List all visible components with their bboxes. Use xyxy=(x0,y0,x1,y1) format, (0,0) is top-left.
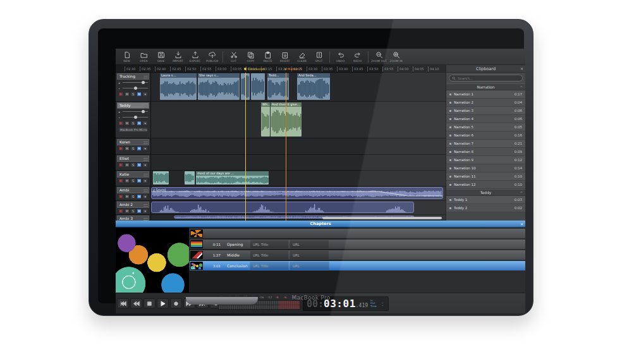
publish-button[interactable]: PUBLISH xyxy=(204,49,221,64)
insert-button[interactable]: INSERT xyxy=(276,49,293,64)
clipboard-item[interactable]: Narration 40:06 xyxy=(446,115,525,123)
solo-button[interactable]: S xyxy=(130,121,136,126)
chapter-url-field[interactable]: URL xyxy=(290,240,329,248)
track-name[interactable]: Ambi xyxy=(117,187,149,193)
timeline-ruler[interactable]: 02:3002:3502:4002:4502:5002:5503:0003:05… xyxy=(116,65,446,73)
monitor-button[interactable]: M xyxy=(137,146,142,151)
mute-button[interactable]: M xyxy=(125,92,130,97)
track-menu-button[interactable]: ▾ xyxy=(142,178,148,183)
track-grip-icon[interactable] xyxy=(143,75,148,78)
clipboard-item[interactable]: Narration 50:05 xyxy=(446,123,525,131)
track-lane-tracking[interactable]: Laura s...She says s...Tedd...And Seda..… xyxy=(151,73,446,102)
chapter-url-title-field[interactable]: URL Title xyxy=(250,240,289,248)
track-name[interactable]: Teddy xyxy=(117,102,149,109)
clipboard-item[interactable]: Narration 120:10 xyxy=(446,181,525,189)
clear-button[interactable]: CLEAR xyxy=(293,49,310,64)
split-button[interactable]: SPLIT xyxy=(310,49,327,64)
chapter-row[interactable]: 3:01ConclusionURL TitleURL xyxy=(190,261,525,270)
clipboard-item[interactable]: Narration 100:14 xyxy=(446,164,525,173)
track-grip-icon[interactable] xyxy=(143,104,148,107)
clipboard-item[interactable]: Narration 20:04 xyxy=(446,99,525,107)
new-button[interactable]: NEW xyxy=(118,49,135,64)
track-lane-elliot[interactable] xyxy=(151,155,446,171)
mute-button[interactable]: M xyxy=(125,162,130,167)
track-name[interactable]: Katie xyxy=(117,171,149,178)
pan-slider[interactable]: • xyxy=(117,114,149,120)
copy-button[interactable]: COPY xyxy=(242,49,259,64)
volume-slider[interactable]: ◂ xyxy=(117,109,149,114)
chapter-row[interactable] xyxy=(190,229,525,238)
volume-slider[interactable]: ◂ xyxy=(117,80,149,85)
track-menu-button[interactable]: ▾ xyxy=(142,209,148,214)
clipboard-item[interactable]: Narration 80:09 xyxy=(446,148,525,156)
monitor-button[interactable]: M xyxy=(137,92,142,97)
cut-button[interactable]: CUT xyxy=(225,49,242,64)
track-lane-katie[interactable]: most of our days are ... xyxy=(151,171,446,186)
mute-button[interactable]: M xyxy=(125,121,130,126)
track-grip-icon[interactable] xyxy=(143,173,148,176)
clipboard-item[interactable]: Narration 10:17 xyxy=(446,90,525,99)
pan-slider[interactable]: • xyxy=(117,85,149,91)
record-arm-button[interactable] xyxy=(118,162,124,167)
solo-button[interactable]: S xyxy=(130,209,136,214)
track-grip-icon[interactable] xyxy=(143,140,148,144)
chapter-url-title-field[interactable]: URL Title xyxy=(250,251,289,259)
record-arm-button[interactable] xyxy=(118,92,124,97)
clipboard-item[interactable]: Teddy 10:03 xyxy=(446,196,525,204)
export-button[interactable]: EXPORT xyxy=(186,49,204,64)
marker-label[interactable]: Conclusion xyxy=(244,67,265,71)
audio-clip[interactable] xyxy=(185,171,195,185)
track-name[interactable]: Elliot xyxy=(117,155,149,162)
close-icon[interactable]: ✕ xyxy=(520,66,523,71)
record-arm-button[interactable] xyxy=(118,209,124,214)
mute-button[interactable]: M xyxy=(125,178,130,183)
search-input[interactable] xyxy=(458,76,515,80)
monitor-button[interactable]: M xyxy=(137,209,142,214)
clipboard-search[interactable] xyxy=(449,75,523,82)
solo-button[interactable]: S xyxy=(130,162,136,167)
clipboard-item[interactable]: Narration 60:16 xyxy=(446,131,525,140)
track-grip-icon[interactable] xyxy=(143,188,148,192)
track-name[interactable]: Koren xyxy=(117,139,149,145)
audio-clip[interactable]: most of our days are ... xyxy=(196,171,269,185)
track-menu-button[interactable]: ▾ xyxy=(142,162,148,167)
zoom-in-button[interactable]: ZOOM IN xyxy=(387,49,405,64)
chapter-row[interactable]: 0:11OpeningURL TitleURL xyxy=(190,240,525,249)
track-lane-koren[interactable] xyxy=(151,138,446,155)
record-arm-button[interactable] xyxy=(118,121,124,126)
solo-button[interactable]: S xyxy=(130,178,136,183)
clipboard-item[interactable]: Narration 70:21 xyxy=(446,140,525,148)
chapter-url-title-field[interactable]: URL Title xyxy=(250,262,289,270)
clipboard-group-header[interactable]: Teddy^ xyxy=(446,189,525,196)
monitor-button[interactable]: M xyxy=(137,162,142,167)
audio-clip[interactable]: Laura s... xyxy=(160,73,197,100)
marker-label[interactable]: ▼Marker 5 xyxy=(284,67,302,71)
record-arm-button[interactable] xyxy=(118,178,124,183)
record-arm-button[interactable] xyxy=(118,194,124,199)
audio-clip[interactable] xyxy=(153,171,169,185)
solo-button[interactable]: S xyxy=(130,194,136,199)
record-arm-button[interactable] xyxy=(118,146,124,151)
marker-line[interactable] xyxy=(245,73,246,221)
open-button[interactable]: OPEN xyxy=(135,49,152,64)
track-menu-button[interactable]: ▾ xyxy=(142,146,148,151)
clipboard-group-header[interactable]: Narration^ xyxy=(446,83,525,90)
horizontal-scrollbar[interactable] xyxy=(322,217,442,219)
mute-button[interactable]: M xyxy=(125,209,130,214)
paste-button[interactable]: PASTE xyxy=(259,49,276,64)
audio-clip[interactable] xyxy=(251,73,265,100)
track-lane-ambi-2[interactable] xyxy=(151,201,446,215)
chapter-url-field[interactable]: URL xyxy=(290,262,329,270)
undo-button[interactable]: UNDO xyxy=(332,49,349,64)
audio-clip[interactable]: y Sound xyxy=(151,187,443,199)
import-button[interactable]: IMPORT xyxy=(169,49,186,64)
track-menu-button[interactable]: ▾ xyxy=(142,194,148,199)
track-lane-teddy[interactable]: Wh...And then it give... xyxy=(151,102,446,138)
track-lane-ambi[interactable]: y Sound xyxy=(151,186,446,201)
redo-button[interactable]: REDO xyxy=(349,49,366,64)
track-menu-button[interactable]: ▾ xyxy=(142,92,148,97)
clipboard-item[interactable]: Teddy 20:02 xyxy=(446,204,525,212)
audio-clip[interactable]: And Seda... xyxy=(297,73,330,100)
mute-button[interactable]: M xyxy=(125,146,130,151)
clipboard-item[interactable]: Narration 110:10 xyxy=(446,173,525,181)
